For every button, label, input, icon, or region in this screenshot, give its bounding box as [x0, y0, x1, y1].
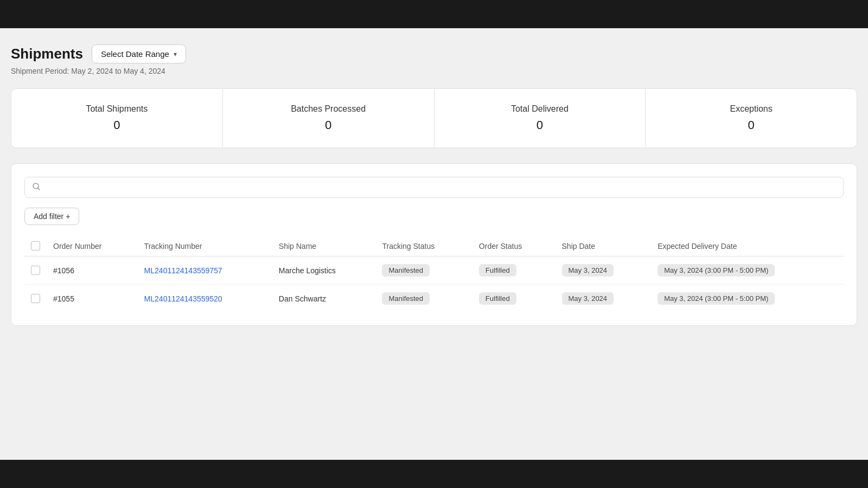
- stat-value-exceptions: 0: [656, 118, 846, 132]
- tracking-link-1056[interactable]: ML2401124143559757: [144, 266, 222, 275]
- ship-date-badge-1056: May 3, 2024: [562, 264, 614, 277]
- bottom-bar: [0, 460, 868, 488]
- col-tracking-number: Tracking Number: [138, 236, 272, 256]
- col-order-status: Order Status: [473, 236, 556, 256]
- cell-order-number-1055: #1055: [47, 285, 138, 313]
- cell-order-status-1055: Fulfilled: [473, 285, 556, 313]
- cell-tracking-number-1055: ML2401124143559520: [138, 285, 272, 313]
- stat-total-delivered: Total Delivered 0: [435, 89, 646, 147]
- select-all-checkbox[interactable]: [31, 241, 40, 251]
- search-input[interactable]: [24, 177, 844, 198]
- table-row: #1056 ML2401124143559757 Marche Logistic…: [24, 256, 844, 285]
- stat-label-total-shipments: Total Shipments: [22, 104, 212, 114]
- cell-ship-date-1056: May 3, 2024: [556, 256, 652, 285]
- shipments-table: Order Number Tracking Number Ship Name T…: [24, 236, 844, 312]
- stat-label-exceptions: Exceptions: [656, 104, 846, 114]
- search-container: [24, 177, 844, 198]
- page-header: Shipments Select Date Range ▾: [11, 44, 857, 63]
- col-ship-date: Ship Date: [556, 236, 652, 256]
- table-header: Order Number Tracking Number Ship Name T…: [24, 236, 844, 256]
- stat-total-shipments: Total Shipments 0: [11, 89, 223, 147]
- cell-order-status-1056: Fulfilled: [473, 256, 556, 285]
- stat-value-total-delivered: 0: [445, 118, 635, 132]
- cell-tracking-status-1055: Manifested: [375, 285, 472, 313]
- date-range-label: Select Date Range: [101, 49, 169, 59]
- page-title: Shipments: [11, 46, 83, 62]
- table-card: Add filter + Order Number Tracking Numbe…: [11, 163, 857, 326]
- expected-delivery-badge-1055: May 3, 2024 (3:00 PM - 5:00 PM): [658, 292, 775, 305]
- row-checkbox-1055[interactable]: [31, 294, 40, 303]
- cell-tracking-number-1056: ML2401124143559757: [138, 256, 272, 285]
- col-order-number: Order Number: [47, 236, 138, 256]
- tracking-status-badge-1055: Manifested: [382, 292, 430, 305]
- stat-batches-processed: Batches Processed 0: [223, 89, 435, 147]
- cell-expected-delivery-1055: May 3, 2024 (3:00 PM - 5:00 PM): [651, 285, 844, 313]
- stat-exceptions: Exceptions 0: [646, 89, 857, 147]
- cell-ship-date-1055: May 3, 2024: [556, 285, 652, 313]
- shipment-period: Shipment Period: May 2, 2024 to May 4, 2…: [11, 67, 857, 75]
- row-checkbox-cell: [24, 256, 47, 285]
- add-filter-button[interactable]: Add filter +: [24, 208, 79, 225]
- ship-date-badge-1055: May 3, 2024: [562, 292, 614, 305]
- cell-tracking-status-1056: Manifested: [375, 256, 472, 285]
- stat-value-total-shipments: 0: [22, 118, 212, 132]
- cell-expected-delivery-1056: May 3, 2024 (3:00 PM - 5:00 PM): [651, 256, 844, 285]
- cell-ship-name-1056: Marche Logistics: [272, 256, 376, 285]
- tracking-status-badge-1056: Manifested: [382, 264, 430, 277]
- add-filter-label: Add filter +: [34, 212, 70, 221]
- stats-card: Total Shipments 0 Batches Processed 0 To…: [11, 88, 857, 148]
- main-content: Shipments Select Date Range ▾ Shipment P…: [0, 28, 868, 460]
- top-bar: [0, 0, 868, 28]
- table-body: #1056 ML2401124143559757 Marche Logistic…: [24, 256, 844, 313]
- table-row: #1055 ML2401124143559520 Dan Schwartz Ma…: [24, 285, 844, 313]
- col-tracking-status: Tracking Status: [375, 236, 472, 256]
- order-status-badge-1056: Fulfilled: [479, 264, 516, 277]
- row-checkbox-cell: [24, 285, 47, 313]
- stat-label-total-delivered: Total Delivered: [445, 104, 635, 114]
- col-expected-delivery: Expected Delivery Date: [651, 236, 844, 256]
- cell-order-number-1056: #1056: [47, 256, 138, 285]
- chevron-down-icon: ▾: [174, 50, 177, 58]
- cell-ship-name-1055: Dan Schwartz: [272, 285, 376, 313]
- expected-delivery-badge-1056: May 3, 2024 (3:00 PM - 5:00 PM): [658, 264, 775, 277]
- header-checkbox-cell: [24, 236, 47, 256]
- order-status-badge-1055: Fulfilled: [479, 292, 516, 305]
- tracking-link-1055[interactable]: ML2401124143559520: [144, 294, 222, 303]
- stat-value-batches-processed: 0: [234, 118, 423, 132]
- date-range-button[interactable]: Select Date Range ▾: [92, 44, 186, 63]
- row-checkbox-1056[interactable]: [31, 266, 40, 275]
- stat-label-batches-processed: Batches Processed: [234, 104, 423, 114]
- col-ship-name: Ship Name: [272, 236, 376, 256]
